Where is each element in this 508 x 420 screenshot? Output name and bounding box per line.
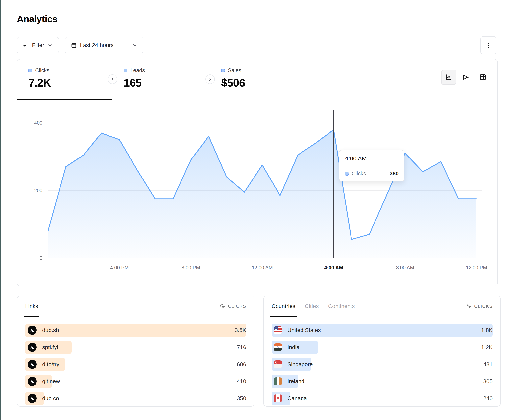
canada-flag-icon bbox=[274, 394, 282, 402]
links-metric[interactable]: CLICKS bbox=[220, 296, 246, 317]
page-title: Analytics bbox=[17, 14, 57, 24]
table-view-button[interactable] bbox=[475, 70, 490, 85]
funnel-view-button[interactable] bbox=[458, 70, 473, 85]
link-label: d.to/try bbox=[42, 361, 59, 368]
country-clicks-value: 305 bbox=[483, 378, 493, 384]
links-panel-header: Links CLICKS bbox=[17, 296, 254, 317]
chevron-down-icon bbox=[47, 43, 52, 48]
table-grid-icon bbox=[479, 74, 486, 81]
country-row[interactable]: United States 1.8K bbox=[272, 322, 493, 338]
date-range-button[interactable]: Last 24 hours bbox=[65, 37, 143, 53]
clicks-chart[interactable]: 02004004:00 PM8:00 PM12:00 AM4:00 AM8:00… bbox=[17, 100, 498, 286]
svg-text:12:00 AM: 12:00 AM bbox=[252, 265, 273, 270]
links-rows: dub.sh 3.5K spti.fyi 716 d.to/try 606 bbox=[17, 317, 254, 406]
tab-clicks[interactable]: Clicks 7.2K bbox=[17, 59, 112, 100]
tooltip-legend-swatch bbox=[345, 172, 349, 175]
country-label: Ireland bbox=[287, 378, 305, 384]
clicks-tab-value: 7.2K bbox=[28, 76, 112, 89]
svg-text:8:00 AM: 8:00 AM bbox=[396, 265, 414, 270]
svg-text:12:00 PM: 12:00 PM bbox=[466, 265, 487, 270]
dub-logo-avatar bbox=[28, 377, 37, 386]
analytics-card: Clicks 7.2K Leads 165 Sales $506 bbox=[17, 59, 498, 286]
country-row[interactable]: India 1.2K bbox=[272, 339, 493, 355]
analytics-page: Analytics Filter Last 24 hours bbox=[0, 0, 508, 420]
country-clicks-value: 240 bbox=[483, 395, 493, 402]
dub-logo-avatar bbox=[28, 394, 37, 403]
leads-legend-swatch bbox=[124, 69, 127, 72]
svg-text:0: 0 bbox=[40, 255, 42, 261]
dub-logo-avatar bbox=[28, 360, 37, 369]
toolbar: Filter Last 24 hours bbox=[17, 37, 496, 53]
filter-button-label: Filter bbox=[32, 42, 44, 48]
sales-tab-label: Sales bbox=[228, 67, 241, 73]
link-label: dub.co bbox=[42, 395, 59, 402]
link-row[interactable]: dub.co 350 bbox=[25, 390, 246, 406]
svg-text:4:00 AM: 4:00 AM bbox=[324, 265, 343, 270]
links-metric-label: CLICKS bbox=[228, 304, 246, 309]
chevron-down-icon bbox=[132, 43, 137, 48]
dub-logo-avatar bbox=[28, 343, 37, 352]
sales-tab-value: $506 bbox=[221, 76, 321, 89]
tab-continents[interactable]: Continents bbox=[328, 296, 355, 317]
svg-text:4:00 PM: 4:00 PM bbox=[110, 265, 128, 270]
more-options-button[interactable] bbox=[480, 36, 496, 54]
india-flag-icon bbox=[274, 343, 282, 351]
united-states-flag-icon bbox=[274, 326, 282, 334]
country-label: United States bbox=[287, 327, 321, 333]
countries-metric-label: CLICKS bbox=[474, 304, 493, 309]
country-row[interactable]: Canada 240 bbox=[272, 390, 493, 406]
dub-logo-avatar bbox=[28, 326, 37, 335]
kebab-menu-icon bbox=[486, 42, 491, 49]
tab-countries[interactable]: Countries bbox=[272, 296, 295, 317]
countries-panel: Countries Cities Continents CLICKS Unite… bbox=[263, 296, 501, 406]
link-label: dub.sh bbox=[42, 327, 59, 333]
calendar-icon bbox=[71, 42, 77, 48]
tab-links[interactable]: Links bbox=[25, 296, 38, 317]
tooltip-time: 4:00 AM bbox=[339, 150, 404, 166]
chart-view-toggles bbox=[441, 70, 490, 85]
leads-tab-value: 165 bbox=[124, 76, 210, 89]
link-clicks-value: 716 bbox=[237, 344, 246, 350]
cursor-click-icon bbox=[466, 303, 472, 309]
clicks-area-chart[interactable]: 02004004:00 PM8:00 PM12:00 AM4:00 AM8:00… bbox=[17, 100, 498, 286]
countries-rows: United States 1.8K India 1.2K bbox=[264, 317, 501, 406]
link-clicks-value: 606 bbox=[237, 361, 246, 368]
page-edge-strip bbox=[0, 0, 1, 420]
country-clicks-value: 1.8K bbox=[481, 327, 493, 333]
tooltip-value: 380 bbox=[389, 171, 398, 177]
filter-button[interactable]: Filter bbox=[17, 37, 59, 53]
ireland-flag-icon bbox=[274, 377, 282, 385]
country-row[interactable]: Singapore 481 bbox=[272, 356, 493, 372]
tab-cities[interactable]: Cities bbox=[305, 296, 319, 317]
filter-icon bbox=[23, 42, 29, 48]
svg-text:400: 400 bbox=[34, 120, 42, 126]
svg-text:8:00 PM: 8:00 PM bbox=[181, 265, 200, 270]
tab-leads[interactable]: Leads 165 bbox=[112, 59, 210, 100]
expand-sales-button[interactable] bbox=[205, 74, 215, 84]
country-label: Canada bbox=[287, 395, 307, 402]
tab-sales[interactable]: Sales $506 bbox=[210, 59, 321, 100]
countries-panel-header: Countries Cities Continents CLICKS bbox=[264, 296, 501, 317]
link-label: spti.fyi bbox=[42, 344, 58, 350]
chart-tooltip: 4:00 AM Clicks 380 bbox=[339, 150, 404, 181]
tooltip-series-label: Clicks bbox=[352, 171, 386, 177]
link-row[interactable]: d.to/try 606 bbox=[25, 356, 246, 372]
expand-leads-button[interactable] bbox=[108, 74, 117, 84]
link-row[interactable]: spti.fyi 716 bbox=[25, 339, 246, 355]
country-label: Singapore bbox=[287, 361, 313, 368]
line-chart-view-button[interactable] bbox=[441, 70, 456, 85]
country-label: India bbox=[287, 344, 299, 350]
link-row[interactable]: dub.sh 3.5K bbox=[25, 322, 246, 338]
link-clicks-value: 350 bbox=[237, 395, 246, 402]
sales-legend-swatch bbox=[221, 69, 225, 72]
link-row[interactable]: git.new 410 bbox=[25, 373, 246, 390]
cursor-click-icon bbox=[220, 303, 225, 309]
clicks-legend-swatch bbox=[28, 69, 32, 72]
stat-tabs: Clicks 7.2K Leads 165 Sales $506 bbox=[17, 59, 498, 100]
country-row[interactable]: Ireland 305 bbox=[272, 373, 493, 390]
link-clicks-value: 410 bbox=[237, 378, 246, 384]
singapore-flag-icon bbox=[274, 360, 282, 368]
svg-text:200: 200 bbox=[34, 188, 42, 193]
countries-metric[interactable]: CLICKS bbox=[466, 296, 493, 317]
link-clicks-value: 3.5K bbox=[235, 327, 246, 333]
